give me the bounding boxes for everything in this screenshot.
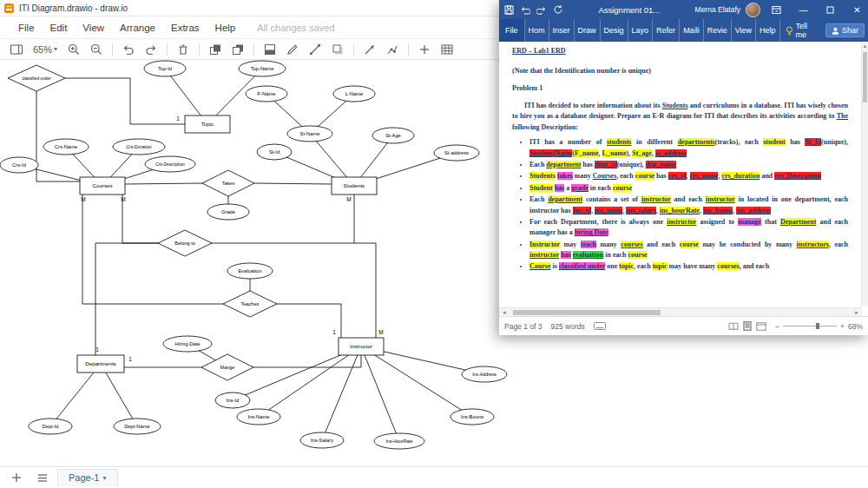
er-edge[interactable] [125, 183, 202, 184]
zoom-in-icon[interactable] [64, 42, 83, 57]
waypoints-icon[interactable] [383, 42, 402, 57]
pencil-icon[interactable] [283, 42, 302, 57]
zoom-out-button[interactable]: − [775, 322, 779, 331]
scroll-right-icon[interactable]: ► [852, 310, 862, 315]
zoom-level-dropdown[interactable]: 65% ▾ [30, 44, 61, 55]
ribbon-display-options-icon[interactable] [766, 0, 787, 19]
er-label-m: M [346, 196, 351, 202]
tab-help[interactable]: Help [756, 19, 780, 42]
tab-view[interactable]: View [732, 19, 756, 42]
er-label-ins-hourrate: Ins-HourRate [386, 439, 413, 444]
word-count[interactable]: 925 words [550, 322, 584, 331]
zoom-slider[interactable] [783, 326, 837, 326]
minimize-button[interactable]: — [792, 0, 814, 19]
doc-bullet: ITI has a number of students in differen… [529, 137, 848, 159]
tab-refer[interactable]: Refer [653, 19, 680, 42]
read-mode-icon[interactable] [728, 322, 739, 331]
er-edge[interactable] [50, 364, 101, 426]
avatar[interactable] [746, 3, 760, 17]
er-label-top-id: Top-Id [158, 66, 172, 71]
zoom-out-icon[interactable] [87, 42, 106, 57]
to-front-icon[interactable] [206, 42, 225, 57]
scroll-up-icon[interactable]: ▲ [862, 43, 868, 49]
restore-button[interactable] [819, 0, 841, 19]
er-edge[interactable] [36, 91, 80, 181]
shadow-icon[interactable] [328, 42, 347, 57]
print-layout-icon[interactable] [743, 321, 752, 331]
menu-help[interactable]: Help [207, 20, 244, 36]
scroll-left-icon[interactable]: ◄ [499, 310, 510, 315]
format-panel-toggle-icon[interactable] [7, 42, 26, 57]
undo-icon[interactable] [520, 5, 530, 15]
er-edge[interactable] [65, 78, 185, 124]
tab-layo[interactable]: Layo [628, 19, 654, 42]
save-status: All changes saved [257, 23, 334, 33]
tab-maili[interactable]: Maili [680, 19, 704, 42]
zoom-slider-thumb[interactable] [816, 323, 819, 329]
line-style-icon[interactable] [306, 42, 325, 57]
connection-icon[interactable] [360, 42, 379, 57]
redo-icon[interactable] [141, 42, 161, 57]
to-back-icon[interactable] [228, 42, 247, 57]
er-edge[interactable] [122, 195, 159, 243]
text-segment: ITI has decided to store information abo… [524, 102, 662, 109]
tab-revie[interactable]: Revie [704, 19, 732, 42]
tell-me-box[interactable]: Tell me [780, 19, 825, 42]
tab-desig[interactable]: Desig [601, 19, 628, 42]
menu-arrange[interactable]: Arrange [112, 20, 163, 36]
menu-extras[interactable]: Extras [163, 20, 207, 36]
zoom-in-button[interactable]: + [840, 322, 845, 331]
text-segment: evaluation [573, 251, 604, 259]
redo-icon[interactable] [536, 5, 547, 15]
word-document[interactable]: ERD – Lab1 ERD (Note that the Identifica… [499, 42, 862, 307]
er-edge[interactable] [82, 195, 224, 304]
zoom-percent[interactable]: 68% [848, 322, 863, 331]
er-label-1: 1 [332, 329, 336, 335]
text-segment: Student [529, 184, 553, 192]
word-window: Assignment 01... Merna Elatafy — ✕ FileH… [499, 0, 868, 335]
tab-draw[interactable]: Draw [575, 19, 601, 42]
text-segment: instructor [529, 251, 559, 259]
add-page-icon[interactable] [5, 469, 28, 486]
web-layout-icon[interactable] [756, 322, 766, 331]
text-segment: dept_id [595, 161, 617, 168]
er-label-takes: Takes [222, 181, 235, 186]
sync-icon[interactable] [553, 4, 563, 15]
toolbar-separator [353, 43, 354, 56]
tab-inser[interactable]: Inser [549, 19, 575, 42]
close-button[interactable]: ✕ [846, 0, 868, 19]
fill-color-icon[interactable] [260, 42, 279, 57]
table-icon[interactable] [437, 42, 457, 57]
er-edge[interactable] [253, 355, 361, 367]
save-icon[interactable] [504, 5, 514, 15]
page-tab[interactable]: Page-1 ▾ [57, 469, 118, 486]
horizontal-scroll-thumb[interactable] [513, 310, 661, 315]
er-edge[interactable] [361, 346, 399, 441]
delete-icon[interactable] [174, 42, 193, 57]
doc-bullet: Course is classified under one topic, ea… [529, 261, 848, 272]
text-segment: may be conducted by many [699, 241, 797, 248]
er-edge[interactable] [259, 346, 361, 417]
tab-file[interactable]: File [499, 19, 525, 42]
vertical-scrollbar[interactable]: ▲ [861, 42, 868, 307]
drawio-menubar-items: FileEditViewArrangeExtrasHelp [10, 20, 243, 36]
text-segment: , and each [740, 262, 769, 270]
er-edge[interactable] [276, 304, 341, 338]
menu-view[interactable]: View [75, 20, 112, 36]
er-edge[interactable] [254, 183, 332, 184]
menu-file[interactable]: File [10, 20, 43, 36]
er-edge[interactable] [211, 243, 376, 338]
text-segment: assigned to [696, 218, 738, 226]
tab-hom[interactable]: Hom [525, 19, 549, 42]
er-edge[interactable] [101, 364, 137, 426]
vertical-scroll-thumb[interactable] [863, 52, 867, 102]
pages-menu-icon[interactable] [31, 469, 54, 486]
share-button[interactable]: Shar [825, 23, 865, 37]
insert-icon[interactable] [415, 42, 434, 57]
er-edge[interactable] [361, 346, 472, 417]
er-edge[interactable] [95, 243, 159, 355]
menu-edit[interactable]: Edit [43, 20, 76, 36]
page-indicator[interactable]: Page 1 of 3 [504, 322, 542, 331]
chevron-down-icon: ▾ [54, 45, 57, 53]
undo-icon[interactable] [119, 42, 138, 57]
